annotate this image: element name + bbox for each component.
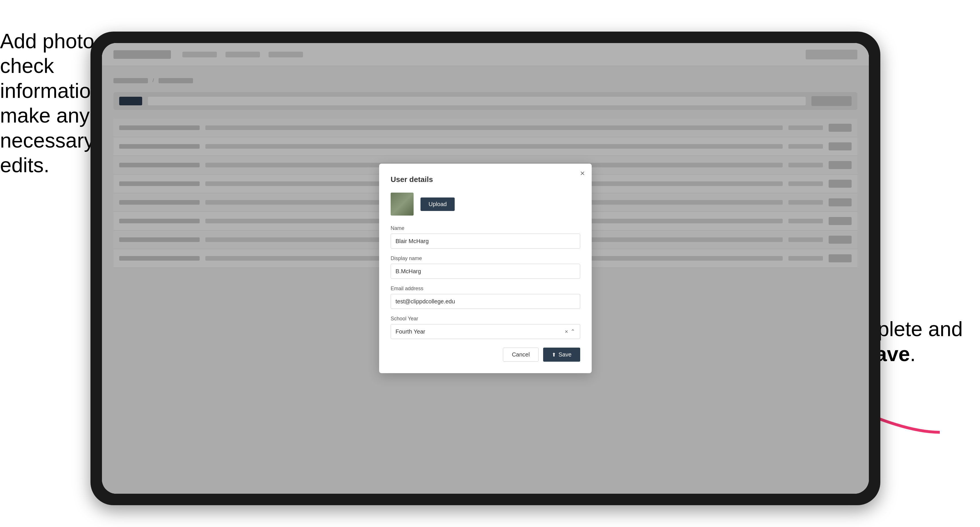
school-year-label: School Year	[391, 316, 580, 322]
school-year-select-wrapper: Fourth Year × ⌃	[391, 324, 580, 339]
display-name-form-group: Display name	[391, 256, 580, 279]
display-name-input[interactable]	[391, 264, 580, 279]
name-input[interactable]	[391, 233, 580, 249]
display-name-label: Display name	[391, 256, 580, 262]
save-label: Save	[558, 351, 571, 358]
school-year-value: Fourth Year	[396, 329, 425, 335]
cancel-button[interactable]: Cancel	[503, 348, 539, 362]
email-input[interactable]	[391, 294, 580, 309]
school-year-select[interactable]: Fourth Year × ⌃	[391, 324, 580, 339]
modal-close-button[interactable]: ×	[580, 169, 585, 178]
photo-section: Upload	[391, 193, 580, 216]
email-label: Email address	[391, 286, 580, 292]
upload-photo-button[interactable]: Upload	[420, 197, 455, 211]
chevron-icon: ⌃	[570, 328, 575, 335]
user-details-modal: × User details Upload Name Disp	[379, 163, 592, 373]
save-button[interactable]: ⬆ Save	[543, 348, 580, 362]
tablet-screen: /	[102, 43, 869, 494]
modal-title: User details	[391, 175, 580, 184]
user-photo-thumbnail	[391, 193, 414, 216]
email-form-group: Email address	[391, 286, 580, 309]
photo-image	[391, 193, 414, 216]
modal-footer: Cancel ⬆ Save	[391, 348, 580, 362]
right-annotation-end: .	[910, 343, 916, 365]
tablet-device: /	[91, 32, 880, 505]
name-form-group: Name	[391, 225, 580, 249]
clear-icon[interactable]: ×	[565, 329, 568, 335]
school-year-form-group: School Year Fourth Year × ⌃	[391, 316, 580, 339]
modal-overlay: × User details Upload Name Disp	[102, 43, 869, 494]
save-icon: ⬆	[552, 352, 556, 358]
select-icons: × ⌃	[565, 328, 575, 335]
name-label: Name	[391, 225, 580, 231]
